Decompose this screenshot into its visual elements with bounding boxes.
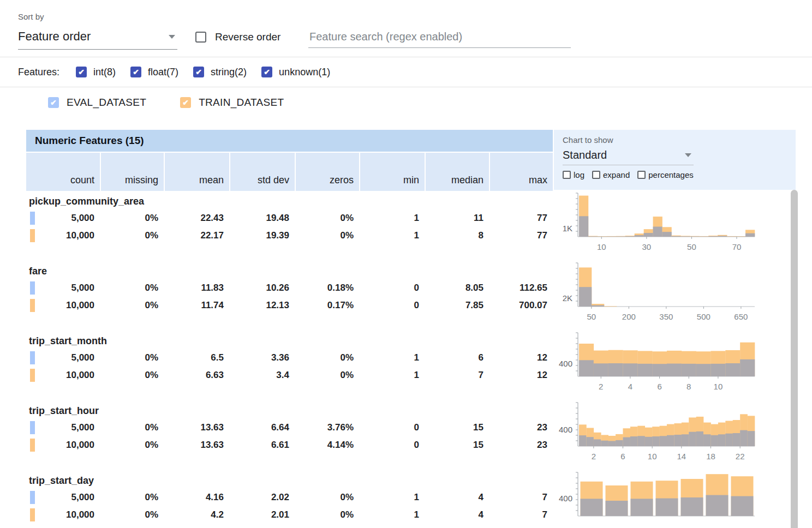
- stat-cell-std-dev: 3.4: [229, 370, 295, 381]
- stat-value: 5,000: [71, 283, 94, 293]
- feature-block: trip_start_month5,0000%6.53.360%161210,0…: [26, 333, 553, 384]
- histogram-block: 400246810: [554, 329, 796, 399]
- column-header-max: max: [489, 153, 553, 191]
- train-dataset-label: TRAIN_DATASET: [199, 97, 284, 109]
- histogram-block: 4002610141822: [554, 399, 796, 469]
- eval-color-swatch: [30, 421, 35, 434]
- checkbox-checked-icon[interactable]: [193, 67, 204, 77]
- train-color-swatch: [30, 439, 35, 452]
- stat-cell-std-dev: 19.39: [229, 230, 295, 241]
- sort-by-label: Sort by: [18, 12, 44, 21]
- stat-cell-std-dev: 19.48: [229, 213, 295, 224]
- stat-value: 22.43: [200, 213, 224, 223]
- stat-cell-min: 1: [359, 352, 425, 363]
- train-color-swatch: [30, 369, 35, 382]
- histogram-fare: 2K50200350500650: [554, 262, 761, 324]
- svg-text:10: 10: [648, 452, 657, 461]
- stat-cell-max: 77: [489, 230, 553, 241]
- svg-text:50: 50: [587, 312, 596, 321]
- stat-cell-count: 5,000: [26, 352, 100, 363]
- sort-order-dropdown[interactable]: Feature order: [18, 29, 177, 50]
- search-input[interactable]: [308, 28, 571, 48]
- svg-text:400: 400: [559, 359, 572, 368]
- dataset-legend: EVAL_DATASET TRAIN_DATASET: [0, 87, 812, 117]
- stat-value: 0%: [145, 213, 158, 223]
- numeric-features-table: Numeric Features (15) count missing mean…: [26, 130, 553, 528]
- stat-value: 0.17%: [327, 300, 354, 310]
- stat-cell-median: 4: [425, 509, 489, 520]
- svg-text:8: 8: [686, 382, 691, 391]
- histogram-trip_start_month: 400246810: [554, 332, 761, 394]
- filter-unknown[interactable]: unknown(1): [261, 67, 330, 78]
- stat-value: 2.02: [271, 492, 289, 502]
- log-checkbox[interactable]: [563, 171, 571, 179]
- feature-block: fare5,0000%11.8310.260.18%08.05112.6510,…: [26, 263, 553, 314]
- eval-color-swatch: [30, 281, 35, 295]
- reverse-order-checkbox[interactable]: [195, 32, 206, 43]
- feature-stat-row-train: 10,0000%22.1719.390%1877: [26, 227, 553, 244]
- dataset-toggle-train[interactable]: TRAIN_DATASET: [180, 97, 284, 109]
- filter-string[interactable]: string(2): [193, 67, 247, 78]
- stat-cell-missing: 0%: [100, 492, 164, 503]
- reverse-order-label: Reverse order: [215, 31, 280, 43]
- checkbox-checked-icon[interactable]: [261, 67, 272, 77]
- checkbox-checked-icon[interactable]: [76, 67, 87, 77]
- reverse-order-control[interactable]: Reverse order: [195, 31, 280, 43]
- stat-value: 8.05: [465, 283, 483, 293]
- train-dataset-checkbox[interactable]: [180, 97, 191, 108]
- checkbox-checked-icon[interactable]: [130, 67, 141, 77]
- chart-to-show-panel: Chart to show Standard log expand percen…: [554, 130, 796, 190]
- feature-block: pickup_community_area5,0000%22.4319.480%…: [26, 193, 553, 244]
- svg-text:500: 500: [697, 312, 710, 321]
- svg-text:70: 70: [732, 242, 742, 251]
- stat-cell-mean: 11.83: [164, 283, 229, 293]
- stat-value: 13.63: [200, 440, 224, 450]
- stat-cell-count: 10,000: [26, 300, 100, 311]
- histogram-block: 2K50200350500650: [554, 260, 796, 329]
- chart-type-dropdown[interactable]: Standard: [563, 145, 694, 165]
- histogram-block: 400: [554, 469, 796, 528]
- stat-cell-max: 23: [489, 440, 553, 451]
- stat-value: 7: [479, 370, 483, 380]
- stat-value: 11.83: [201, 283, 224, 293]
- main-content: Numeric Features (15) count missing mean…: [26, 130, 812, 528]
- stat-cell-missing: 0%: [100, 370, 164, 381]
- stat-value: 1: [414, 370, 419, 380]
- stat-value: 7: [542, 509, 547, 520]
- column-header-zeros: zeros: [295, 153, 359, 191]
- column-header-row: count missing mean std dev zeros min med…: [26, 153, 553, 191]
- log-option[interactable]: log: [563, 170, 584, 179]
- stat-cell-missing: 0%: [100, 213, 164, 224]
- filter-string-label: string(2): [211, 67, 247, 78]
- stat-cell-zeros: 0%: [295, 492, 359, 503]
- filter-int[interactable]: int(8): [76, 67, 116, 78]
- stat-cell-std-dev: 12.13: [229, 300, 295, 311]
- filter-float-label: float(7): [148, 67, 178, 78]
- stat-cell-count: 10,000: [26, 509, 100, 520]
- filter-float[interactable]: float(7): [130, 67, 178, 78]
- stat-cell-missing: 0%: [100, 283, 164, 293]
- stat-value: 15: [473, 422, 483, 433]
- stat-value: 10,000: [66, 440, 94, 450]
- stat-cell-median: 7.85: [425, 300, 489, 311]
- filter-int-label: int(8): [93, 67, 116, 78]
- expand-checkbox[interactable]: [592, 171, 600, 179]
- column-header-median: median: [425, 153, 489, 191]
- stat-value: 1: [414, 213, 419, 223]
- dataset-toggle-eval[interactable]: EVAL_DATASET: [48, 97, 146, 109]
- stat-cell-std-dev: 3.36: [229, 352, 295, 363]
- svg-text:200: 200: [622, 312, 636, 321]
- vertical-scrollbar[interactable]: [791, 190, 798, 528]
- stat-cell-median: 8: [425, 230, 489, 241]
- percentages-option[interactable]: percentages: [637, 170, 694, 179]
- percentages-checkbox[interactable]: [637, 171, 646, 179]
- stat-cell-mean: 22.43: [164, 213, 229, 224]
- stat-value: 12: [537, 352, 547, 363]
- eval-dataset-checkbox[interactable]: [48, 97, 59, 108]
- train-color-swatch: [30, 508, 35, 521]
- expand-option[interactable]: expand: [592, 170, 630, 179]
- log-label: log: [574, 170, 584, 179]
- stat-value: 4: [479, 509, 483, 520]
- expand-label: expand: [603, 170, 630, 179]
- stat-value: 6: [479, 352, 483, 363]
